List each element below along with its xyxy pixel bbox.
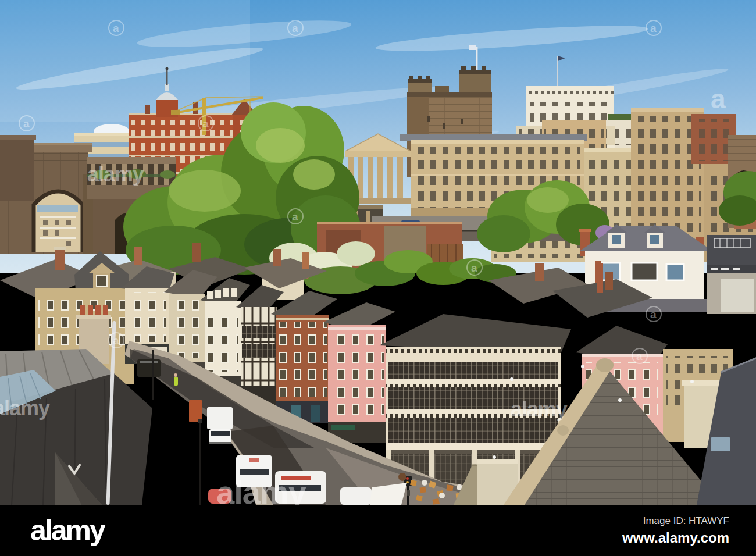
- spire: [166, 70, 168, 85]
- watermark-letter: a: [292, 211, 298, 223]
- white-box-truck: [207, 407, 233, 444]
- watermark-text: alamy: [511, 397, 568, 421]
- alamy-url-text: www.alamy.com: [622, 530, 729, 546]
- watermark-text: alamy: [87, 162, 144, 186]
- watermark-letter: a: [113, 22, 119, 34]
- pedestrian: [407, 490, 410, 496]
- watermark-letter: a: [202, 117, 209, 130]
- through-arch-view: [34, 191, 83, 252]
- watermark-letter: a: [711, 84, 726, 114]
- watermark-text: alamy: [0, 396, 50, 420]
- stock-photo-page: alamy alamy alamy alamy a a a a a a a a …: [0, 0, 756, 556]
- lamp-post-lower: [199, 422, 201, 505]
- alamy-footer-bar: alamy Image ID: HTAWYF www.alamy.com: [0, 505, 756, 556]
- footer-info: Image ID: HTAWYF www.alamy.com: [622, 515, 729, 546]
- brick-building-e: [271, 291, 337, 423]
- watermark-letter: a: [650, 308, 657, 320]
- white-van-front: [340, 487, 372, 505]
- watermark-letter: a: [113, 334, 119, 347]
- barrel: [398, 473, 406, 481]
- image-id-text: Image ID: HTAWYF: [622, 515, 729, 527]
- watermark-letter: a: [650, 22, 657, 34]
- hi-vis-worker: [174, 377, 178, 386]
- watermark-text-large: alamy: [216, 474, 306, 505]
- coping-finial: [596, 358, 614, 372]
- skylight: [711, 437, 730, 451]
- watermark-letter: a: [23, 117, 30, 130]
- shadow-truck: [137, 359, 161, 377]
- turret-base: [156, 100, 178, 117]
- watermark-letter: a: [636, 350, 643, 362]
- watermark-letter: a: [292, 22, 298, 34]
- watermark-letter: a: [471, 262, 477, 274]
- pink-building: [323, 302, 395, 443]
- rooftop-terrace-building: [707, 235, 756, 314]
- lamp-post-upper: [152, 350, 154, 400]
- cityscape-photo: alamy alamy alamy alamy a a a a a a a a …: [0, 0, 756, 505]
- keep-flag: [469, 45, 476, 50]
- alamy-logo: alamy: [30, 516, 104, 545]
